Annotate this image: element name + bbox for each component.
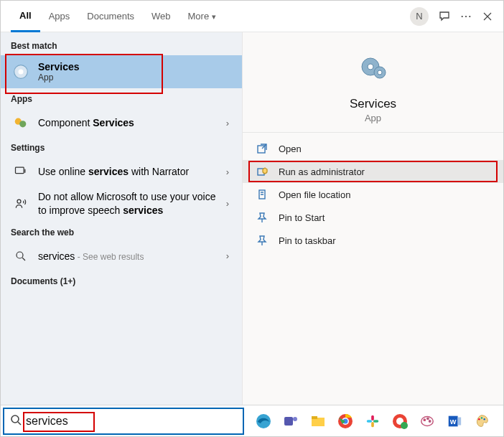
action-run-as-administrator[interactable]: Run as administrator — [243, 160, 503, 183]
svg-point-33 — [429, 420, 430, 421]
action-list: Open Run as administrator Open file loca… — [243, 133, 503, 256]
tab-web[interactable]: Web — [143, 1, 179, 32]
svg-point-39 — [483, 418, 485, 420]
taskbar: W — [246, 411, 503, 431]
search-icon — [11, 246, 31, 266]
action-label: Open file location — [279, 189, 350, 200]
narrator-icon — [11, 161, 31, 182]
section-documents: Documents (1+) — [1, 271, 242, 291]
svg-rect-24 — [367, 420, 372, 423]
svg-point-38 — [481, 417, 482, 418]
action-label: Pin to taskbar — [279, 235, 336, 246]
user-avatar[interactable]: N — [410, 7, 429, 26]
word-icon[interactable]: W — [444, 411, 465, 431]
svg-point-5 — [17, 199, 21, 203]
annotation-box — [5, 54, 163, 94]
svg-point-31 — [424, 418, 425, 420]
result-title: Do not allow Microsoft to use your voice… — [38, 190, 223, 217]
action-open-file-location[interactable]: Open file location — [243, 183, 503, 206]
bottom-bar: W — [1, 405, 503, 436]
result-title: services - See web results — [38, 250, 223, 262]
svg-point-10 — [378, 70, 382, 75]
svg-point-14 — [11, 415, 19, 423]
preview-panel: Services App Open Run as administrator — [242, 32, 503, 405]
pin-icon — [256, 211, 269, 224]
pin-icon — [256, 234, 269, 247]
result-services[interactable]: Services App — [1, 55, 242, 88]
svg-rect-23 — [371, 415, 374, 420]
chrome-profile-icon[interactable] — [390, 411, 410, 431]
preview-subtitle: App — [365, 113, 381, 123]
chevron-right-icon: › — [223, 198, 232, 209]
folder-icon — [256, 188, 269, 201]
svg-rect-16 — [284, 417, 293, 426]
chevron-right-icon: › — [223, 118, 232, 128]
section-search-web: Search the web — [1, 222, 242, 242]
speech-icon — [11, 194, 31, 214]
svg-rect-26 — [373, 420, 378, 423]
edge-icon[interactable] — [253, 411, 274, 431]
svg-point-32 — [427, 418, 429, 419]
svg-rect-4 — [16, 167, 24, 173]
action-label: Run as administrator — [279, 166, 365, 177]
result-title: Use online services with Narrator — [38, 166, 223, 177]
result-narrator[interactable]: Use online services with Narrator › — [1, 157, 242, 186]
action-label: Open — [279, 144, 302, 154]
chrome-icon[interactable] — [335, 411, 355, 431]
action-open[interactable]: Open — [243, 137, 503, 160]
feedback-icon[interactable] — [439, 11, 450, 22]
search-box[interactable] — [3, 408, 244, 435]
component-services-icon — [11, 113, 31, 133]
tab-all[interactable]: All — [11, 1, 40, 32]
action-label: Pin to Start — [279, 212, 325, 223]
tab-apps[interactable]: Apps — [40, 1, 79, 32]
result-component-services[interactable]: Component Services › — [1, 108, 242, 137]
svg-point-3 — [19, 121, 26, 127]
section-settings: Settings — [1, 137, 242, 157]
result-web-services[interactable]: services - See web results › — [1, 242, 242, 271]
teams-icon[interactable] — [281, 411, 301, 431]
close-icon[interactable] — [482, 11, 493, 22]
tab-bar: All Apps Documents Web More N ⋯ — [1, 1, 503, 32]
file-explorer-icon[interactable] — [308, 411, 328, 431]
search-input[interactable] — [26, 415, 237, 428]
svg-rect-19 — [312, 416, 317, 419]
svg-point-29 — [401, 422, 408, 429]
svg-text:W: W — [450, 418, 457, 425]
tab-more[interactable]: More — [179, 1, 225, 32]
svg-rect-36 — [458, 417, 462, 425]
open-icon — [256, 142, 269, 155]
action-pin-to-start[interactable]: Pin to Start — [243, 206, 503, 229]
result-title: Component Services — [38, 117, 223, 128]
chevron-down-icon — [212, 11, 216, 22]
svg-point-17 — [293, 417, 297, 421]
svg-point-8 — [368, 64, 373, 70]
paint-icon[interactable] — [417, 411, 437, 431]
palette-icon[interactable] — [472, 411, 492, 431]
shield-icon — [256, 165, 269, 178]
chevron-right-icon: › — [223, 250, 232, 261]
chevron-right-icon: › — [223, 166, 232, 177]
search-icon — [10, 414, 22, 428]
svg-point-37 — [478, 418, 480, 420]
preview-title: Services — [350, 97, 396, 111]
action-pin-to-taskbar[interactable]: Pin to taskbar — [243, 229, 503, 252]
result-speech[interactable]: Do not allow Microsoft to use your voice… — [1, 186, 242, 222]
section-best-match: Best match — [1, 35, 242, 55]
tab-documents[interactable]: Documents — [78, 1, 143, 32]
slack-icon[interactable] — [363, 411, 383, 431]
svg-point-6 — [17, 252, 23, 258]
more-options-icon[interactable]: ⋯ — [460, 11, 472, 22]
results-panel: Best match Services App Apps Component S… — [1, 32, 242, 405]
services-large-icon — [353, 48, 393, 88]
svg-rect-25 — [371, 421, 374, 426]
